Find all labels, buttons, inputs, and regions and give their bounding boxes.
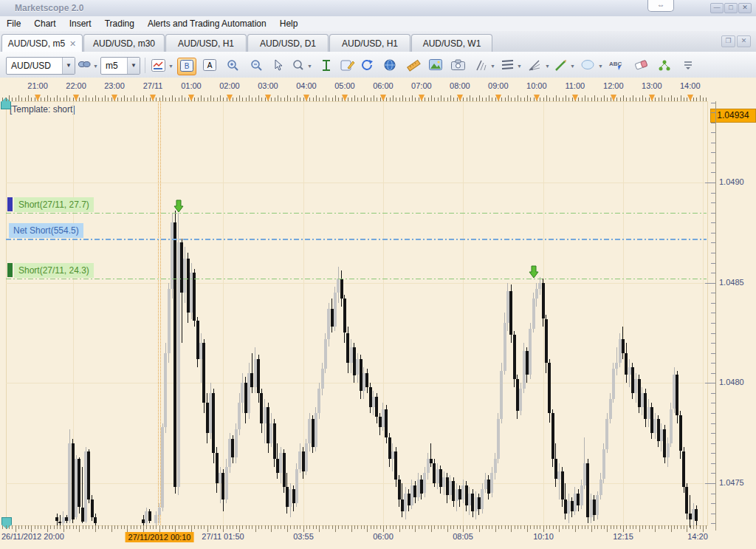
refresh-view-button[interactable] bbox=[359, 58, 377, 74]
bottom-ruler-tick bbox=[601, 525, 602, 529]
tab-close-icon[interactable]: ✕ bbox=[69, 39, 76, 49]
time-ruler-tick bbox=[249, 95, 250, 101]
chevron-down-icon[interactable]: ▼ bbox=[93, 64, 98, 69]
menu-chart[interactable]: Chart bbox=[27, 17, 62, 30]
time-ruler-tick bbox=[297, 95, 298, 101]
tab-strip: ❐ ✕ AUD/USD, m5✕AUD/USD, m30AUD/USD, H1A… bbox=[0, 31, 756, 52]
candle-up bbox=[356, 359, 359, 375]
tab-aud-usd-m30[interactable]: AUD/USD, m30 bbox=[83, 34, 165, 52]
bottom-ruler-tick bbox=[453, 525, 454, 529]
time-ruler-tick bbox=[591, 98, 592, 101]
hour-marker-icon bbox=[35, 95, 41, 101]
time-ruler-tick bbox=[438, 98, 439, 101]
close-button[interactable]: ✕ bbox=[738, 3, 752, 13]
chevron-down-icon[interactable]: ▼ bbox=[62, 58, 75, 74]
period-combobox[interactable]: m5 ▼ bbox=[100, 57, 140, 75]
dock-toggle-button[interactable]: ⇔ bbox=[647, 0, 674, 12]
chart-type-button[interactable] bbox=[149, 58, 167, 74]
tab-aud-usd-m5[interactable]: AUD/USD, m5✕ bbox=[1, 34, 83, 52]
text-tool-button[interactable]: ABC bbox=[607, 58, 625, 74]
time-ruler-tick bbox=[287, 95, 288, 101]
symbol-combobox[interactable]: AUD/USD ▼ bbox=[6, 57, 75, 75]
restore-chart-button[interactable]: ❐ bbox=[721, 35, 735, 47]
bottom-ruler-tick bbox=[162, 525, 163, 529]
chevron-down-icon[interactable]: ▼ bbox=[307, 64, 312, 69]
minimize-button[interactable]: — bbox=[710, 3, 724, 13]
snapshot-button[interactable] bbox=[449, 58, 467, 74]
chevron-down-icon[interactable]: ▼ bbox=[517, 64, 522, 69]
hour-marker-icon bbox=[150, 95, 156, 101]
horizontal-gridline bbox=[6, 183, 707, 183]
ruler-tool-button[interactable] bbox=[405, 58, 422, 74]
time-ruler-tick bbox=[374, 95, 374, 101]
pitchfork-tool-button[interactable] bbox=[472, 58, 489, 74]
time-ruler-tick bbox=[117, 98, 118, 101]
bid-chart-toggle[interactable]: B bbox=[177, 58, 196, 75]
maximize-button[interactable]: □ bbox=[724, 3, 738, 13]
candle-down bbox=[340, 279, 343, 299]
chevron-down-icon[interactable]: ▼ bbox=[490, 64, 495, 69]
chevron-down-icon[interactable]: ▼ bbox=[127, 58, 140, 74]
tab-aud-usd-h1[interactable]: AUD/USD, H1 bbox=[329, 34, 410, 52]
bottom-ruler-tick bbox=[479, 525, 480, 532]
chart-canvas[interactable]: [Template: short] 1.04934 21:0022:0023:0… bbox=[0, 78, 756, 549]
bottom-ruler-tick bbox=[511, 525, 512, 532]
tab-aud-usd-w1[interactable]: AUD/USD, W1 bbox=[411, 34, 492, 52]
time-ruler-tick bbox=[540, 98, 540, 101]
bottom-ruler-tick bbox=[431, 525, 432, 532]
menu-alerts-and-trading-automation[interactable]: Alerts and Trading Automation bbox=[141, 17, 273, 30]
candle-wick bbox=[616, 347, 617, 375]
bottom-ruler-tick bbox=[687, 525, 687, 532]
fibonacci-tool-button[interactable] bbox=[526, 58, 543, 74]
eraser-button[interactable] bbox=[632, 58, 650, 74]
time-ruler-tick bbox=[626, 98, 627, 101]
globe-button[interactable] bbox=[381, 58, 399, 74]
add-image-button[interactable] bbox=[427, 58, 444, 74]
bottom-ruler-tick bbox=[566, 525, 566, 529]
bottom-ruler-tick bbox=[470, 525, 470, 529]
price-axis-tick bbox=[711, 423, 715, 424]
chevron-down-icon[interactable]: ▼ bbox=[545, 64, 550, 69]
link-symbols-icon[interactable] bbox=[77, 58, 92, 74]
time-ruler-tick bbox=[294, 98, 295, 101]
toolbar-overflow-button[interactable] bbox=[681, 58, 695, 74]
menu-trading[interactable]: Trading bbox=[98, 17, 141, 30]
tab-aud-usd-d1[interactable]: AUD/USD, D1 bbox=[247, 34, 329, 52]
bottom-ruler-tick bbox=[108, 525, 109, 529]
chevron-down-icon[interactable]: ▼ bbox=[570, 64, 575, 69]
pointer-zoom-button[interactable] bbox=[270, 58, 286, 74]
time-ruler-tick bbox=[143, 95, 144, 101]
time-ruler-tick bbox=[182, 95, 182, 101]
vertical-ruler-button[interactable] bbox=[317, 58, 335, 74]
lines-tool-button[interactable] bbox=[499, 58, 515, 74]
bottom-ruler-tick bbox=[332, 525, 333, 529]
bottom-ruler-tick bbox=[563, 525, 563, 529]
bottom-ruler-tick bbox=[9, 525, 10, 529]
candle-down bbox=[551, 413, 554, 459]
share-button[interactable] bbox=[656, 58, 673, 74]
bottom-ruler-tick bbox=[447, 525, 448, 532]
chevron-down-icon[interactable]: ▼ bbox=[598, 64, 603, 69]
trendline-tool-button[interactable] bbox=[552, 58, 568, 74]
close-chart-button[interactable]: ✕ bbox=[737, 35, 751, 47]
zoom-out-button[interactable] bbox=[248, 58, 266, 74]
menu-insert[interactable]: Insert bbox=[63, 17, 98, 30]
edit-note-button[interactable] bbox=[338, 58, 357, 74]
bottom-ruler-tick bbox=[396, 525, 396, 529]
tab-aud-usd-h1[interactable]: AUD/USD, H1 bbox=[165, 34, 247, 52]
time-ruler-tick bbox=[44, 98, 45, 101]
time-ruler-tick bbox=[236, 98, 237, 101]
time-ruler-tick bbox=[332, 98, 333, 101]
ask-chart-toggle[interactable]: A bbox=[201, 58, 219, 74]
time-ruler-tick bbox=[492, 98, 492, 101]
menu-help[interactable]: Help bbox=[273, 17, 305, 30]
menu-file[interactable]: File bbox=[0, 17, 27, 30]
level-line-2 bbox=[6, 279, 707, 279]
chevron-down-icon[interactable]: ▼ bbox=[168, 64, 173, 69]
abc-text-icon: ABC bbox=[608, 59, 623, 71]
bottom-ruler-tick bbox=[630, 525, 630, 529]
ellipse-tool-button[interactable] bbox=[579, 58, 597, 74]
find-magnifier-button[interactable] bbox=[289, 58, 307, 74]
zoom-in-button[interactable] bbox=[224, 58, 242, 74]
bottom-ruler-tick bbox=[428, 525, 429, 529]
